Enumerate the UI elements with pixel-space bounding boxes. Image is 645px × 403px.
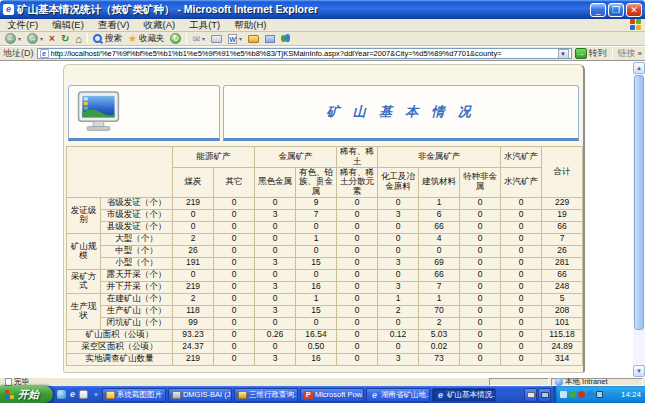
toolbar-separator xyxy=(87,33,88,44)
table-cell: 0 xyxy=(337,221,378,233)
links-button[interactable]: 链接 » xyxy=(618,47,642,60)
taskbar-task-0[interactable]: 系统截图图片 xyxy=(102,388,166,402)
blue-status-tray-icon[interactable] xyxy=(587,391,594,398)
address-input[interactable]: e http://localhost/%e7%9f%bf%e5%b1%b1%e5… xyxy=(37,48,572,59)
row-label: 露天开采（个） xyxy=(101,269,173,281)
go-button[interactable]: → 转到 xyxy=(575,47,607,60)
dropdown-arrow-icon[interactable]: ▾ xyxy=(18,35,21,42)
taskbar-task-4[interactable]: e湖南省矿山地... xyxy=(366,388,430,402)
toolbar-button-stop[interactable]: × xyxy=(46,32,58,45)
toolbar-button-mail[interactable]: ✉▾ xyxy=(189,32,208,45)
red-shield-tray-icon[interactable] xyxy=(578,391,585,398)
table-cell: 0 xyxy=(460,353,501,365)
table-cell: 1 xyxy=(296,233,337,245)
table-cell: 0 xyxy=(337,197,378,209)
table-cell: 0 xyxy=(214,317,255,329)
row-label: 省级发证（个） xyxy=(101,197,173,209)
toolbar-button-forward[interactable]: →▾ xyxy=(24,32,46,45)
taskbar-display-button[interactable] xyxy=(538,388,551,402)
menu-item-3[interactable]: 收藏(A) xyxy=(136,19,182,32)
dropdown-arrow-icon[interactable]: ▾ xyxy=(202,35,205,42)
toolbar-button-history[interactable]: ↻ xyxy=(167,32,184,45)
table-row: 市级发证（个）00370360019 xyxy=(67,209,583,221)
toolbar-button-refresh[interactable]: ↻ xyxy=(58,32,72,45)
folder-icon xyxy=(106,391,115,399)
taskbar-task-2[interactable]: 三维行政查询... xyxy=(234,388,298,402)
menu-item-5[interactable]: 帮助(H) xyxy=(227,19,273,32)
menu-item-0[interactable]: 文件(F) xyxy=(0,19,45,32)
address-dropdown-icon[interactable]: ▼ xyxy=(558,49,569,59)
menu-item-1[interactable]: 编辑(E) xyxy=(45,19,91,32)
stop-icon: × xyxy=(49,33,55,44)
table-cell: 0 xyxy=(460,305,501,317)
speaker-tray-icon[interactable] xyxy=(560,391,567,398)
toolbar-button-home[interactable]: ⌂ xyxy=(72,32,85,45)
table-cell: 0 xyxy=(460,269,501,281)
toolbar-button-fullscreen[interactable] xyxy=(262,32,278,45)
toolbar-button-favorites[interactable]: ★收藏夹 xyxy=(125,32,167,45)
table-row: 中型（个）260000000026 xyxy=(67,245,583,257)
favorites-icon: ★ xyxy=(128,33,137,44)
table-cell: 3 xyxy=(255,209,296,221)
toolbar-button-label: 收藏夹 xyxy=(139,33,165,45)
table-cell: 0 xyxy=(337,341,378,353)
table-cell: 1 xyxy=(419,293,460,305)
toolbar-button-print[interactable] xyxy=(208,32,225,45)
menu-item-4[interactable]: 工具(T) xyxy=(182,19,227,32)
table-cell: 0.02 xyxy=(419,341,460,353)
system-tray: 14:24 xyxy=(553,386,645,403)
taskbar-printer-button[interactable] xyxy=(524,388,537,402)
taskbar-task-3[interactable]: PMicrosoft Pow... xyxy=(300,388,364,402)
menu-item-2[interactable]: 查看(V) xyxy=(91,19,137,32)
table-cell: 0 xyxy=(337,245,378,257)
minimize-button[interactable]: _ xyxy=(590,3,606,17)
start-windows-flag-icon xyxy=(5,390,15,400)
scroll-down-icon[interactable]: ▼ xyxy=(633,365,645,377)
status-zone: 本地 Intranet xyxy=(551,378,643,386)
restore-button[interactable]: ❐ xyxy=(608,3,624,17)
row-label: 市级发证（个） xyxy=(101,209,173,221)
messenger-quicklaunch-icon[interactable] xyxy=(57,390,66,399)
toolbar-button-messenger[interactable] xyxy=(278,32,294,45)
table-cell: 314 xyxy=(542,353,583,365)
app-icon xyxy=(238,391,247,399)
quick-launch-chevron-icon[interactable]: » xyxy=(94,391,98,398)
display-tray-icon[interactable] xyxy=(596,391,603,398)
mail-quicklaunch-icon[interactable] xyxy=(79,390,88,399)
scroll-up-icon[interactable]: ▲ xyxy=(633,62,645,74)
table-cell: 0 xyxy=(337,281,378,293)
table-cell: 0 xyxy=(255,245,296,257)
col-header-0: 煤炭 xyxy=(173,167,214,197)
table-row: 采矿方式露天开采（个）000000660066 xyxy=(67,269,583,281)
dropdown-arrow-icon[interactable]: ▾ xyxy=(239,35,242,42)
table-cell: 0 xyxy=(173,209,214,221)
table-cell: 248 xyxy=(542,281,583,293)
toolbar-button-back[interactable]: ←▾ xyxy=(2,32,24,45)
table-cell: 0 xyxy=(460,317,501,329)
table-cell: 115.18 xyxy=(542,329,583,341)
table-cell: 219 xyxy=(173,353,214,365)
dropdown-arrow-icon[interactable]: ▾ xyxy=(40,35,43,42)
ie-quicklaunch-icon[interactable]: e xyxy=(68,390,77,399)
vertical-scrollbar[interactable]: ▲ ▼ xyxy=(633,62,645,377)
row-label: 闭坑矿山（个） xyxy=(101,317,173,329)
toolbar-button-search[interactable]: 搜索 xyxy=(90,32,125,45)
table-cell: 0 xyxy=(501,209,542,221)
scrollbar-thumb[interactable] xyxy=(634,75,644,330)
table-body: 发证级别省级发证（个）21900900100229市级发证（个）00370360… xyxy=(67,197,583,365)
table-cell: 0 xyxy=(378,341,419,353)
table-cell: 26 xyxy=(173,245,214,257)
taskbar-task-1[interactable]: DMGIS-BAI (J:) xyxy=(168,388,232,402)
table-cell: 73 xyxy=(419,353,460,365)
table-cell: 0 xyxy=(255,197,296,209)
table-cell: 0 xyxy=(460,197,501,209)
table-cell: 0 xyxy=(214,197,255,209)
col-group-3: 非金属矿产 xyxy=(378,147,501,168)
green-status-tray-icon[interactable] xyxy=(569,391,576,398)
toolbar-button-folder[interactable] xyxy=(245,32,262,45)
taskbar-task-5[interactable]: e矿山基本情况... xyxy=(432,388,496,402)
toolbar-button-edit[interactable]: W▾ xyxy=(225,32,245,45)
ie-icon: e xyxy=(370,391,379,399)
close-button[interactable]: ✕ xyxy=(626,3,642,17)
start-button[interactable]: 开始 xyxy=(0,386,53,403)
